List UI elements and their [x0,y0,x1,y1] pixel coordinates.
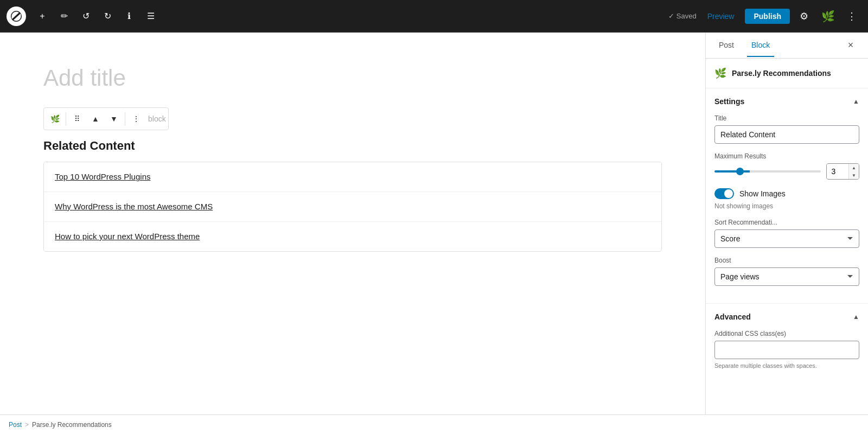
parsely-icon-button[interactable]: 🌿 [818,7,838,26]
related-content-block: Related Content Top 10 WordPress Plugins… [43,139,662,252]
css-classes-form-group: Additional CSS class(es) Separate multip… [714,330,859,369]
related-link-2[interactable]: Why WordPress is the most Awesome CMS [55,202,213,211]
block-info-name: Parse.ly Recommendations [732,69,831,78]
block-drag-handle[interactable]: ⠿ [68,110,86,127]
show-images-form-group: Show Images Not showing images [714,188,859,210]
breadcrumb-plugin-label: Parse.ly Recommendations [32,421,112,429]
boost-select[interactable]: Page views Avg. time Social interactions [714,267,859,286]
more-options-button[interactable]: ⋮ [842,7,861,26]
info-button[interactable]: ℹ [119,7,139,26]
max-results-label: Maximum Results [714,152,859,160]
number-spinners: ▲ ▼ [848,164,859,179]
add-block-button[interactable]: + [33,7,52,26]
related-link-1[interactable]: Top 10 WordPress Plugins [55,172,150,181]
edit-mode-button[interactable]: ✏ [54,7,74,26]
advanced-section: Advanced ▲ Additional CSS class(es) Sepa… [706,304,868,386]
sidebar-close-button[interactable]: × [842,37,859,54]
max-results-number-input[interactable] [827,164,848,179]
related-link-3[interactable]: How to pick your next WordPress theme [55,232,200,241]
block-type-label: block [148,114,166,123]
related-links-container: Top 10 WordPress Plugins Why WordPress i… [43,162,662,252]
list-item: How to pick your next WordPress theme [44,222,661,251]
post-title-placeholder[interactable]: Add title [43,65,662,91]
toolbar-divider-1 [66,112,66,125]
title-label: Title [714,114,859,122]
block-more-options-button[interactable]: ⋮ [127,110,145,127]
sort-select[interactable]: Score Date Views [714,229,859,248]
toolbar-right: Saved Preview Publish ⚙ 🌿 ⋮ [668,7,861,26]
undo-button[interactable]: ↺ [76,7,95,26]
settings-section-header[interactable]: Settings ▲ [714,97,859,106]
main-layout: Add title 🌿 ⠿ ▲ ▼ ⋮ block Related Conten… [0,33,868,434]
wordpress-logo [7,7,26,26]
toolbar: + ✏ ↺ ↻ ℹ ☰ Saved Preview Publish ⚙ 🌿 ⋮ [0,0,868,33]
publish-button[interactable]: Publish [745,9,790,24]
sidebar-tabs: Post Block × [706,33,868,59]
css-classes-note: Separate multiple classes with spaces. [714,362,859,369]
title-form-group: Title [714,114,859,144]
show-images-toggle[interactable] [714,188,734,199]
settings-button[interactable]: ⚙ [794,7,814,26]
settings-collapse-icon: ▲ [853,98,859,105]
breadcrumb: Post > Parse.ly Recommendations [0,414,868,434]
slider-row: ▲ ▼ [714,163,859,180]
sidebar: Post Block × 🌿 Parse.ly Recommendations … [705,33,868,434]
title-input[interactable] [714,125,859,144]
redo-button[interactable]: ↻ [98,7,117,26]
settings-section-title: Settings [714,97,744,106]
decrement-button[interactable]: ▼ [849,171,859,179]
breadcrumb-post-link[interactable]: Post [9,421,22,429]
max-results-slider[interactable] [714,170,821,173]
max-results-form-group: Maximum Results ▲ ▼ [714,152,859,180]
block-toolbar: 🌿 ⠿ ▲ ▼ ⋮ block [43,107,169,130]
advanced-section-title: Advanced [714,312,751,321]
boost-label: Boost [714,257,859,264]
advanced-collapse-icon: ▲ [853,313,859,321]
parsely-block-icon: 🌿 [714,67,726,79]
saved-status: Saved [668,12,697,20]
list-item: Top 10 WordPress Plugins [44,162,661,192]
settings-section: Settings ▲ Title Maximum Results ▲ ▼ [706,88,868,304]
boost-form-group: Boost Page views Avg. time Social intera… [714,257,859,286]
list-item: Why WordPress is the most Awesome CMS [44,192,661,222]
number-input-wrap: ▲ ▼ [826,163,859,180]
tab-post[interactable]: Post [714,34,738,57]
toolbar-left: + ✏ ↺ ↻ ℹ ☰ [7,7,161,26]
breadcrumb-separator: > [25,421,29,429]
tab-block[interactable]: Block [747,34,774,57]
sort-form-group: Sort Recommendati... Score Date Views [714,219,859,248]
block-move-up-button[interactable]: ▲ [87,110,104,127]
css-classes-label: Additional CSS class(es) [714,330,859,337]
related-content-title: Related Content [43,139,662,153]
sort-label: Sort Recommendati... [714,219,859,226]
show-images-note: Not showing images [714,202,859,210]
block-move-down-button[interactable]: ▼ [105,110,123,127]
toolbar-divider-2 [125,112,125,125]
advanced-section-header[interactable]: Advanced ▲ [714,312,859,321]
editor-area: Add title 🌿 ⠿ ▲ ▼ ⋮ block Related Conten… [0,33,705,434]
css-classes-input[interactable] [714,341,859,359]
show-images-toggle-row: Show Images [714,188,859,199]
increment-button[interactable]: ▲ [849,164,859,171]
preview-button[interactable]: Preview [701,9,741,24]
block-parsely-icon-button[interactable]: 🌿 [46,110,63,127]
show-images-label: Show Images [739,189,786,198]
block-info: 🌿 Parse.ly Recommendations [706,59,868,88]
list-view-button[interactable]: ☰ [141,7,161,26]
